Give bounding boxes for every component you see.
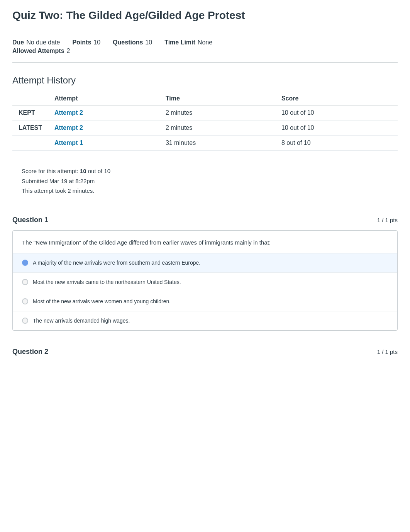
col-header-attempt: Attempt <box>48 92 159 105</box>
score-prefix: Score for this attempt: <box>22 168 80 174</box>
question-2: Question 21 / 1 pts <box>12 343 398 360</box>
points-value: 10 <box>93 39 100 46</box>
score-value: 10 <box>80 168 86 174</box>
attempt-link[interactable]: Attempt 1 <box>54 139 83 146</box>
score-suffix: out of 10 <box>86 168 111 174</box>
attempt-history-title: Attempt History <box>12 75 398 86</box>
attempt-score: 8 out of 10 <box>275 136 398 151</box>
col-header-time: Time <box>159 92 275 105</box>
answer-text: A majority of the new arrivals were from… <box>33 259 200 267</box>
attempt-status: KEPT <box>12 105 48 121</box>
quiz-title: Quiz Two: The Gilded Age/Gilded Age Prot… <box>12 9 398 28</box>
questions-container: Question 11 / 1 ptsThe "New Immigration"… <box>12 211 398 361</box>
attempt-link-cell[interactable]: Attempt 2 <box>48 121 159 136</box>
answer-list: A majority of the new arrivals were from… <box>13 253 397 330</box>
quiz-meta: Due No due date Points 10 Questions 10 T… <box>12 34 398 63</box>
col-header-score: Score <box>275 92 398 105</box>
points-label: Points <box>72 39 91 46</box>
table-row: KEPTAttempt 22 minutes10 out of 10 <box>12 105 398 121</box>
question-title: Question 2 <box>12 348 48 356</box>
attempt-score: 10 out of 10 <box>275 121 398 136</box>
attempt-status <box>12 136 48 151</box>
score-summary: Score for this attempt: 10 out of 10 Sub… <box>12 160 398 202</box>
answer-item: Most the new arrivals came to the northe… <box>13 273 397 292</box>
attempt-score: 10 out of 10 <box>275 105 398 121</box>
attempt-status: LATEST <box>12 121 48 136</box>
submitted-text: Submitted Mar 19 at 8:22pm <box>22 176 388 186</box>
attempt-time: 2 minutes <box>159 105 275 121</box>
questions-label: Questions <box>113 39 143 46</box>
answer-radio <box>22 318 28 324</box>
attempt-time: 31 minutes <box>159 136 275 151</box>
answer-text: Most the new arrivals came to the northe… <box>33 278 181 286</box>
attempt-link[interactable]: Attempt 2 <box>54 124 83 131</box>
attempt-time: 2 minutes <box>159 121 275 136</box>
due-label: Due <box>12 39 24 46</box>
answer-radio <box>22 279 28 285</box>
question-1: Question 11 / 1 ptsThe "New Immigration"… <box>12 211 398 331</box>
due-value: No due date <box>26 39 60 46</box>
time-limit-value: None <box>198 39 212 46</box>
attempt-history-section: Attempt History Attempt Time Score KEPTA… <box>12 75 398 151</box>
answer-item: Most of the new arrivals were women and … <box>13 292 397 311</box>
attempt-history-table: Attempt Time Score KEPTAttempt 22 minute… <box>12 92 398 151</box>
allowed-attempts-label: Allowed Attempts <box>12 48 64 54</box>
question-header: Question 21 / 1 pts <box>12 343 398 360</box>
question-points: 1 / 1 pts <box>377 217 398 223</box>
answer-text: The new arrivals demanded high wages. <box>33 317 130 325</box>
allowed-attempts-value: 2 <box>67 48 70 54</box>
attempt-link-cell[interactable]: Attempt 2 <box>48 105 159 121</box>
answer-item: The new arrivals demanded high wages. <box>13 311 397 330</box>
attempt-link-cell[interactable]: Attempt 1 <box>48 136 159 151</box>
question-title: Question 1 <box>12 216 48 224</box>
questions-value: 10 <box>145 39 152 46</box>
attempt-link[interactable]: Attempt 2 <box>54 109 83 116</box>
question-points: 1 / 1 pts <box>377 348 398 355</box>
col-header-status <box>12 92 48 105</box>
duration-text: This attempt took 2 minutes. <box>22 186 388 196</box>
question-text: The "New Immigration" of the Gilded Age … <box>13 231 397 254</box>
table-row: Attempt 131 minutes8 out of 10 <box>12 136 398 151</box>
answer-text: Most of the new arrivals were women and … <box>33 297 171 306</box>
time-limit-label: Time Limit <box>164 39 195 46</box>
table-row: LATESTAttempt 22 minutes10 out of 10 <box>12 121 398 136</box>
answer-radio <box>22 260 28 266</box>
answer-radio <box>22 298 28 304</box>
question-header: Question 11 / 1 pts <box>12 211 398 229</box>
question-content-box: The "New Immigration" of the Gilded Age … <box>12 230 398 331</box>
answer-item: A majority of the new arrivals were from… <box>13 253 397 273</box>
